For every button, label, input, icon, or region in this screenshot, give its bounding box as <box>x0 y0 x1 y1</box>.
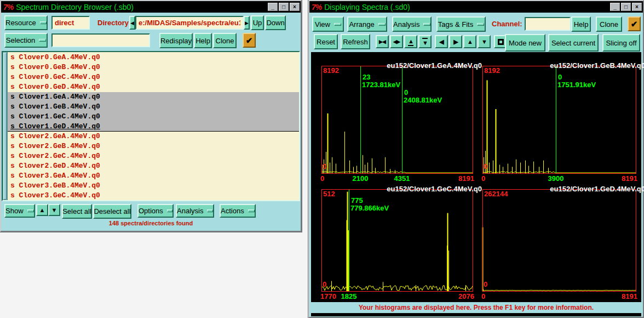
cursor-energy-label: 1751.91keV <box>557 81 596 89</box>
spectrum-title: eu152/Clover1.GeC.4MeV.q0 <box>387 185 482 193</box>
panel-border <box>483 190 636 292</box>
x-tick-label: 4351 <box>394 174 410 183</box>
list-scrollbar[interactable] <box>3 52 8 200</box>
deselect-all-button[interactable]: Deselect all <box>93 204 131 219</box>
scroll-up-icon[interactable]: ▲ <box>36 204 48 216</box>
redisplay-button[interactable]: Redisplay <box>159 33 193 48</box>
actions-menu-button[interactable]: Actions <box>220 204 256 218</box>
spectrum-list-item[interactable]: s Clover3.GeB.4MeV.q0 <box>8 181 299 191</box>
spectrum-list-item[interactable]: s Clover1.GeA.4MeV.q0 <box>8 92 299 102</box>
spectrum-list-item[interactable]: s Clover1.GeC.4MeV.q0 <box>8 112 299 122</box>
close-icon[interactable]: × <box>632 3 642 11</box>
spectrum-list-item[interactable]: s Clover2.GeD.4MeV.q0 <box>8 161 299 171</box>
directory-label: Directory <box>97 19 129 27</box>
up-button[interactable]: Up <box>251 15 264 30</box>
spectrum-panel[interactable]: eu152/Clover1.GeC.4MeV.q05120775779.866k… <box>321 189 473 292</box>
select-all-button[interactable]: Select all <box>62 204 92 219</box>
desktop: 7% Spectrum Directory Browser (.sb0) _ □… <box>0 0 644 318</box>
y-zero-label: 0 <box>484 162 487 171</box>
clone-button[interactable]: Clone <box>213 33 237 48</box>
display-window-title: Displaying Spectra (.sd0) <box>324 3 609 12</box>
view-menu-button[interactable]: View <box>312 16 344 32</box>
cursor-count-label: 0 <box>558 73 562 81</box>
compress-down-icon[interactable]: ▼ <box>418 35 432 48</box>
browser-titlebar[interactable]: 7% Spectrum Directory Browser (.sb0) _ □… <box>1 1 301 13</box>
maximize-icon[interactable]: □ <box>621 3 631 11</box>
pin-check-button[interactable]: ✔ <box>243 33 256 48</box>
shift-down-icon[interactable]: ▼ <box>478 35 491 48</box>
spectrum-list-item[interactable]: s Clover0.GeA.4MeV.q0 <box>8 53 299 63</box>
selection-input[interactable] <box>51 33 150 47</box>
spectrum-list-item[interactable]: s Clover1.GeB.4MeV.q0 <box>8 102 299 112</box>
slicing-button[interactable]: Slicing off <box>602 34 640 52</box>
directory-scroll-right-icon[interactable]: ▶ <box>244 16 250 30</box>
mode-new-button[interactable]: Mode new <box>505 34 545 52</box>
refresh-button[interactable]: Refresh <box>341 34 370 49</box>
reset-button[interactable]: Reset <box>314 34 338 49</box>
option-menu-dash-icon <box>378 23 386 26</box>
spectrum-trace <box>321 172 473 173</box>
directory-scroll-left-icon[interactable]: ◀ <box>129 16 135 30</box>
expand-x-icon[interactable]: ◀▶ <box>390 35 403 48</box>
option-menu-dash-icon <box>27 209 34 212</box>
y-zero-label: 0 <box>323 280 326 288</box>
close-icon[interactable]: × <box>290 3 300 11</box>
expand-up-icon[interactable]: ▲ <box>404 35 417 48</box>
displaying-spectra-window: 7% Displaying Spectra (.sd0) _ □ × View … <box>308 0 644 318</box>
display-status-text: Your histograms are displayed here. Pres… <box>311 302 641 313</box>
compress-x-icon[interactable]: ▶◀ <box>376 35 389 48</box>
analysis-menu-button[interactable]: Analysis <box>392 16 432 32</box>
list-scrollbar-thumb[interactable] <box>3 53 7 200</box>
resource-input[interactable] <box>51 16 90 30</box>
spectrum-list-item[interactable]: s Clover0.GeB.4MeV.q0 <box>8 63 299 72</box>
shift-up-icon[interactable]: ▲ <box>463 35 476 48</box>
directory-input[interactable] <box>135 16 244 30</box>
spectrum-list-item[interactable]: s Clover0.GeC.4MeV.q0 <box>8 72 299 82</box>
x-tick-label: 1825 <box>341 292 357 300</box>
clone-button[interactable]: Clone <box>596 16 622 32</box>
spectrum-list-item[interactable]: s Clover2.GeC.4MeV.q0 <box>8 151 299 161</box>
y-zero-label: 0 <box>323 162 326 171</box>
help-button[interactable]: Help <box>571 16 591 32</box>
options-menu-button[interactable]: Options <box>137 204 174 218</box>
shift-right-icon[interactable]: ▶ <box>449 35 462 48</box>
x-tick-label: 0 <box>481 174 485 183</box>
minimize-icon[interactable]: _ <box>610 3 620 11</box>
show-menu-button[interactable]: Show <box>4 204 35 218</box>
channel-input[interactable] <box>525 17 571 31</box>
option-menu-dash-icon <box>477 23 484 26</box>
spectrum-canvas <box>321 189 473 292</box>
spectrum-list-item[interactable]: s Clover1.GeD.4MeV.q0 <box>8 122 299 132</box>
display-titlebar[interactable]: 7% Displaying Spectra (.sd0) _ □ × <box>309 1 643 13</box>
tags-fits-menu-button[interactable]: Tags & Fits <box>436 16 486 32</box>
minimize-icon[interactable]: _ <box>268 3 278 11</box>
option-menu-dash-icon <box>423 23 430 26</box>
arrange-menu-button[interactable]: Arrange <box>347 16 387 32</box>
scroll-down-icon[interactable]: ▼ <box>48 204 60 216</box>
pin-check-button[interactable]: ✔ <box>628 16 641 31</box>
spectrum-panel[interactable]: eu152/Clover1.GeB.4MeV.q08192001751.91ke… <box>482 66 636 174</box>
resource-menu-button[interactable]: Resource <box>4 15 48 30</box>
select-current-button[interactable]: Select current <box>548 34 599 52</box>
shift-left-icon[interactable]: ◀ <box>435 35 448 48</box>
spectrum-list-item[interactable]: s Clover2.GeB.4MeV.q0 <box>8 141 299 151</box>
down-button[interactable]: Down <box>265 15 286 30</box>
spectrum-trace <box>482 290 636 291</box>
spectrum-panel[interactable]: eu152/Clover1.GeD.4MeV.q0262144008191 <box>482 189 636 292</box>
x-tick-label: 1770 <box>320 292 336 300</box>
x-tick-label: 8191 <box>622 292 637 300</box>
option-menu-dash-icon <box>248 209 255 212</box>
help-button[interactable]: Help <box>194 33 212 48</box>
selection-menu-button[interactable]: Selection <box>4 33 48 48</box>
maximize-icon[interactable]: □ <box>279 3 289 11</box>
spectrum-list-item[interactable]: s Clover2.GeA.4MeV.q0 <box>8 132 299 141</box>
spectrum-list-item[interactable]: s Clover0.GeD.4MeV.q0 <box>8 82 299 92</box>
analysis-menu-button[interactable]: Analysis <box>176 204 214 218</box>
option-menu-dash-icon <box>207 209 213 212</box>
spectrum-list-item[interactable]: s Clover3.GeA.4MeV.q0 <box>8 171 299 181</box>
spectrum-panel[interactable]: eu152/Clover1.GeA.4MeV.q081920231723.81k… <box>321 66 473 174</box>
spectrum-list-item[interactable]: s Clover3.GeC.4MeV.q0 <box>8 191 299 200</box>
x-tick-label: 2076 <box>458 292 474 300</box>
spectrum-title: eu152/Clover1.GeD.4MeV.q0 <box>550 185 644 193</box>
browser-window-title: Spectrum Directory Browser (.sb0) <box>16 3 267 12</box>
